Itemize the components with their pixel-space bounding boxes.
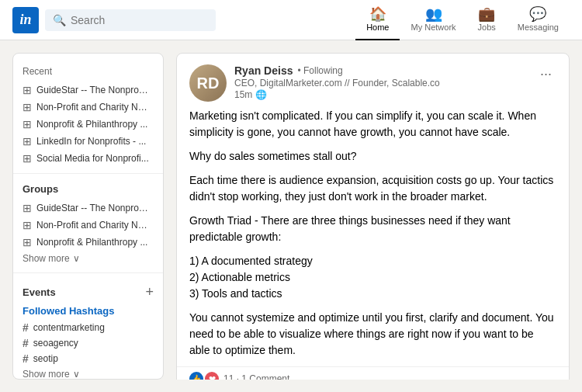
nav-item-jobs[interactable]: 💼 Jobs	[467, 0, 507, 40]
post-menu-button[interactable]: ···	[535, 64, 556, 84]
sidebar-divider-2	[13, 272, 163, 273]
group-icon: ⊞	[23, 101, 32, 113]
search-icon: 🔍	[53, 14, 66, 26]
post-paragraph: Marketing isn't complicated. If you can …	[189, 108, 556, 140]
jobs-icon: 💼	[478, 7, 495, 21]
feed: RD Ryan Deiss • Following CEO, DigitalMa…	[176, 53, 570, 380]
recent-item[interactable]: ⊞LinkedIn for Nonprofits - ...	[13, 133, 163, 150]
post-paragraph: Growth Triad - There are three things bu…	[189, 213, 556, 245]
hashtag-item[interactable]: #seoagency	[13, 335, 163, 351]
post-paragraph: Each time there is audience expansion, a…	[189, 172, 556, 205]
chevron-down-icon-2: ∨	[73, 369, 80, 380]
hashtag-item[interactable]: #seotip	[13, 351, 163, 366]
post-author-info: Ryan Deiss • Following CEO, DigitalMarke…	[234, 64, 528, 100]
show-more-groups[interactable]: Show more ∨	[13, 251, 163, 266]
recent-item[interactable]: ⊞Nonprofit & Philanthropy ...	[13, 116, 163, 133]
hashtag-item[interactable]: #contentmarketing	[13, 320, 163, 335]
group-item[interactable]: ⊞Non-Profit and Charity Ne...	[13, 217, 163, 234]
search-bar[interactable]: 🔍	[45, 9, 216, 31]
recent-label: Recent	[13, 63, 163, 82]
events-row: Events +	[13, 279, 163, 304]
recent-items: ⊞GuideStar -- The Nonprof...⊞Non-Profit …	[13, 82, 163, 167]
linkedin-logo[interactable]: in	[12, 7, 39, 33]
group-icon: ⊞	[23, 118, 32, 130]
post-time: 15m 🌐	[234, 89, 528, 100]
nav-icons: 🏠 Home 👥 My Network 💼 Jobs 💬 Messaging	[355, 0, 570, 40]
group-icon: ⊞	[23, 202, 32, 214]
search-input[interactable]	[71, 14, 208, 26]
like-icon: 👍	[189, 372, 203, 380]
group-icon: ⊞	[23, 219, 32, 231]
group-item[interactable]: ⊞Nonprofit & Philanthropy ...	[13, 234, 163, 251]
events-add-button[interactable]: +	[145, 284, 154, 300]
recent-item[interactable]: ⊞Social Media for Nonprofi...	[13, 150, 163, 167]
recent-item[interactable]: ⊞GuideStar -- The Nonprof...	[13, 82, 163, 99]
group-item[interactable]: ⊞GuideStar -- The Nonprof...	[13, 199, 163, 217]
group-icon: ⊞	[23, 152, 32, 165]
followed-hashtags-title: Followed Hashtags	[13, 304, 163, 320]
groups-label: Groups	[13, 180, 163, 199]
sidebar: Recent ⊞GuideStar -- The Nonprof...⊞Non-…	[12, 53, 164, 380]
home-icon: 🏠	[369, 7, 386, 21]
post-paragraph: Why do sales sometimes stall out?	[189, 148, 556, 165]
following-badge: • Following	[297, 65, 342, 76]
group-items: ⊞GuideStar -- The Nonprof...⊞Non-Profit …	[13, 199, 163, 251]
nav-item-network[interactable]: 👥 My Network	[400, 0, 466, 40]
reactions-count: 11 · 1 Comment	[223, 373, 289, 380]
chevron-down-icon: ∨	[73, 253, 80, 264]
reactions-bar: 👍 ❤ 11 · 1 Comment	[177, 366, 569, 380]
post-body: Marketing isn't complicated. If you can …	[177, 108, 569, 366]
main-layout: Recent ⊞GuideStar -- The Nonprof...⊞Non-…	[0, 40, 582, 392]
top-nav: in 🔍 🏠 Home 👥 My Network 💼 Jobs 💬 Messag…	[0, 0, 582, 40]
group-icon: ⊞	[23, 135, 32, 147]
recent-item[interactable]: ⊞Non-Profit and Charity Ne...	[13, 99, 163, 116]
group-icon: ⊞	[23, 84, 32, 96]
heart-icon: ❤	[205, 372, 219, 380]
show-more-hashtags[interactable]: Show more ∨	[13, 366, 163, 380]
avatar: RD	[189, 64, 227, 102]
hashtag-items: #contentmarketing#seoagency#seotip	[13, 320, 163, 366]
author-name[interactable]: Ryan Deiss	[234, 64, 293, 77]
reaction-icons: 👍 ❤	[189, 372, 219, 380]
author-title: CEO, DigitalMarketer.com // Founder, Sca…	[234, 78, 528, 88]
messaging-icon: 💬	[529, 7, 546, 21]
group-icon: ⊞	[23, 236, 32, 248]
network-icon: 👥	[425, 7, 442, 21]
post-card: RD Ryan Deiss • Following CEO, DigitalMa…	[176, 53, 570, 380]
hash-symbol: #	[23, 337, 29, 349]
sidebar-divider	[13, 173, 163, 174]
post-paragraph: You cannot systemize and optimize until …	[189, 310, 556, 359]
nav-item-home[interactable]: 🏠 Home	[355, 0, 400, 40]
post-paragraph: 1) A documented strategy 2) Actionable m…	[189, 253, 556, 302]
nav-item-messaging[interactable]: 💬 Messaging	[507, 0, 570, 40]
post-header: RD Ryan Deiss • Following CEO, DigitalMa…	[177, 54, 569, 108]
hash-symbol: #	[23, 352, 29, 365]
events-label: Events	[23, 286, 56, 298]
hash-symbol: #	[23, 321, 29, 334]
globe-icon: 🌐	[255, 89, 267, 100]
